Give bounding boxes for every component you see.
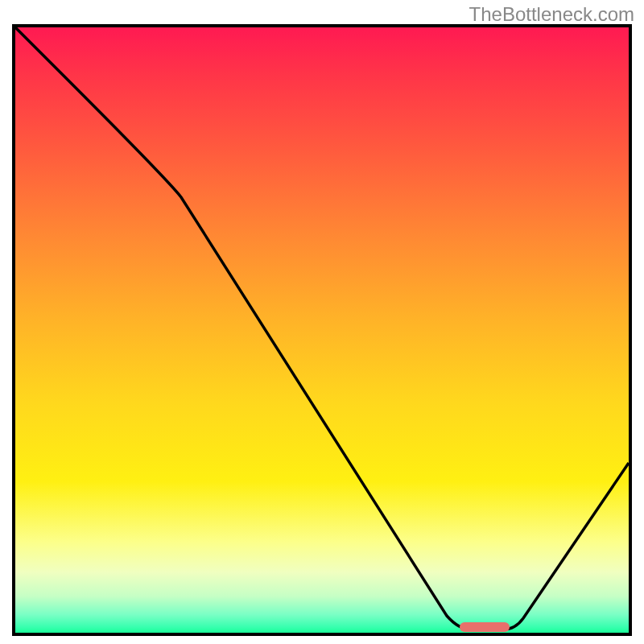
chart-container [12, 24, 632, 636]
chart-frame-border [12, 24, 632, 636]
watermark-text: TheBottleneck.com [469, 3, 634, 26]
